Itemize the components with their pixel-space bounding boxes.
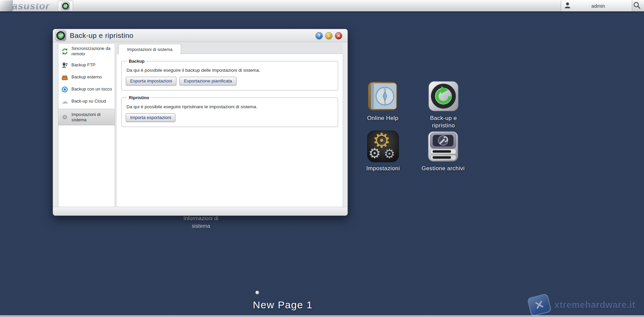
restore-section: Ripristino Da qui è possibile eseguire r… xyxy=(121,95,338,127)
system-settings-icon: ⚙ xyxy=(61,114,68,121)
sidebar-item-label: Back-up su Cloud xyxy=(71,99,106,104)
top-bar: asustor admin xyxy=(0,0,644,12)
user-icon xyxy=(564,2,571,10)
external-backup-icon xyxy=(61,74,68,81)
sidebar-item-one-touch-backup[interactable]: Backup con un tocco xyxy=(58,83,115,96)
settings-gears-icon: ⚙ ⚙ ⚙ xyxy=(367,131,399,162)
sidebar-item-external-backup[interactable]: Backup esterno xyxy=(58,71,115,83)
backup-restore-icon xyxy=(428,80,459,112)
restore-description: Da qui è possibile eseguire ripristinare… xyxy=(126,104,334,109)
window-footer xyxy=(53,207,347,215)
username-label: admin xyxy=(571,3,632,9)
one-touch-backup-icon xyxy=(61,86,68,93)
system-settings-panel: Backup Da qui è possibile eseguire il ba… xyxy=(116,54,343,207)
gear-silver-icon: ⚙ xyxy=(384,146,395,161)
backup-section: Backup Da qui è possibile eseguire il ba… xyxy=(121,59,338,90)
cloud-backup-icon: ☁ xyxy=(61,98,68,105)
restore-legend: Ripristino xyxy=(127,95,151,100)
sidebar-item-label: Backup con un tocco xyxy=(71,86,112,92)
window-titlebar[interactable]: Back-up e ripristino ? – ✕ xyxy=(53,29,347,42)
search-icon xyxy=(633,1,641,11)
sidebar-item-cloud-backup[interactable]: ☁ Back-up su Cloud xyxy=(58,96,115,108)
sidebar-divider xyxy=(58,108,115,109)
watermark: ✕ xtremehardware.it xyxy=(529,296,635,314)
desktop-icon-system-information-label[interactable]: Informazioni di sistema xyxy=(174,214,228,230)
sidebar-item-label: Sincronizzazione da remoto xyxy=(71,46,113,57)
desktop-icon-label: Online Help xyxy=(358,115,408,122)
storage-manager-icon xyxy=(427,131,459,162)
watermark-text: xtremehardware.it xyxy=(554,300,635,310)
export-settings-button[interactable]: Esporta impostazioni xyxy=(126,77,176,85)
page-name-label: New Page 1 xyxy=(253,299,313,311)
backup-restore-window: Back-up e ripristino ? – ✕ Sincronizzaz xyxy=(53,29,348,216)
xtremehardware-x-icon: ✕ xyxy=(527,293,552,316)
taskbar-app-backup[interactable] xyxy=(58,1,73,11)
desktop-background: asustor admin xyxy=(0,0,644,317)
sidebar-item-remote-sync[interactable]: Sincronizzazione da remoto xyxy=(58,44,115,59)
backup-app-icon xyxy=(61,2,70,10)
desktop-icon-label: Gestione archivi xyxy=(418,165,469,172)
sidebar-item-label: Impostazioni di sistema xyxy=(71,112,113,123)
window-title: Back-up e ripristino xyxy=(70,31,133,40)
asustor-logo: asustor xyxy=(12,1,50,11)
backup-sidebar: Sincronizzazione da remoto Backup FTP xyxy=(58,43,115,207)
page-indicator-dot[interactable] xyxy=(255,291,259,295)
minimize-button[interactable]: – xyxy=(325,32,332,39)
desktop-icon-label: Impostazioni xyxy=(358,165,408,172)
sidebar-item-system-settings[interactable]: ⚙ Impostazioni di sistema xyxy=(58,109,115,126)
backup-legend: Backup xyxy=(127,59,146,64)
import-export-button[interactable]: Importa esportazioni xyxy=(126,113,175,122)
desktop-icon-settings[interactable]: ⚙ ⚙ ⚙ Impostazioni xyxy=(358,131,408,172)
desktop-icon-backup-restore[interactable]: Back-up e ripristino xyxy=(418,80,469,129)
sidebar-item-label: Backup esterno xyxy=(71,74,102,80)
desktop-icon-label: Back-up e ripristino xyxy=(418,115,469,129)
desktop-icon-storage-manager[interactable]: Gestione archivi xyxy=(418,131,469,172)
online-help-icon: N S xyxy=(367,80,398,112)
tab-strip: Impostazioni di sistema xyxy=(116,43,343,54)
bottom-edge-strip xyxy=(0,315,644,317)
tab-system-settings[interactable]: Impostazioni di sistema xyxy=(118,44,181,54)
search-button[interactable] xyxy=(632,1,642,11)
close-button[interactable]: ✕ xyxy=(335,32,342,39)
user-menu[interactable]: admin xyxy=(561,0,632,11)
window-app-icon xyxy=(55,30,66,41)
gear-silver-icon: ⚙ xyxy=(368,145,381,162)
ftp-backup-icon xyxy=(61,62,68,69)
sidebar-item-label: Backup FTP xyxy=(71,62,96,68)
scheduled-export-button[interactable]: Esportazione pianificata xyxy=(179,77,236,85)
backup-description: Da qui è possibile eseguire il backup de… xyxy=(126,68,334,73)
remote-sync-icon xyxy=(61,48,68,55)
corner-tile-button[interactable] xyxy=(0,0,13,11)
desktop-icon-online-help[interactable]: N S Online Help xyxy=(358,80,408,122)
help-button[interactable]: ? xyxy=(316,32,323,39)
sidebar-item-ftp-backup[interactable]: Backup FTP xyxy=(58,59,115,71)
